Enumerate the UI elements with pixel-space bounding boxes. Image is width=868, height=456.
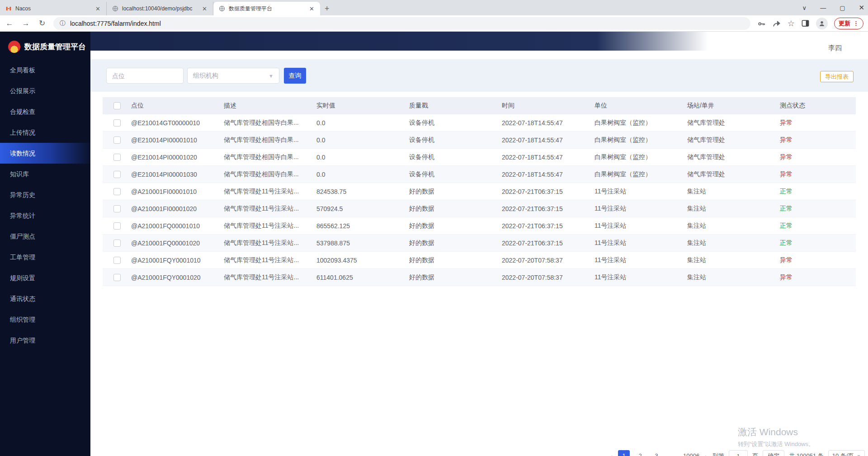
page-size-select[interactable]: 10 条/页 ▼ <box>828 450 865 456</box>
sidebar-item-1[interactable]: 全局看板 <box>0 60 90 80</box>
cell-quality: 好的数据 <box>399 205 491 213</box>
cell-time: 2022-07-18T14:55:47 <box>491 119 584 127</box>
window-close-button[interactable]: ✕ <box>859 4 864 12</box>
row-checkbox[interactable] <box>113 136 121 144</box>
row-checkbox-cell <box>103 188 121 195</box>
tab-close-icon[interactable]: ✕ <box>201 5 208 12</box>
pagination-page-1[interactable]: 1 <box>618 450 630 456</box>
sidebar-item-11[interactable]: 规则设置 <box>0 268 90 288</box>
row-checkbox[interactable] <box>113 240 121 247</box>
window-minimize-button[interactable]: — <box>820 5 826 11</box>
site-info-icon[interactable]: ⓘ <box>60 19 66 28</box>
cell-time: 2022-07-21T06:37:15 <box>491 188 584 195</box>
pagination-page-3[interactable]: 3 <box>651 450 662 456</box>
cell-time: 2022-07-18T14:55:47 <box>491 136 584 144</box>
sidebar-item-2[interactable]: 公报展示 <box>0 80 90 101</box>
petro-logo-icon <box>8 41 20 53</box>
sidebar-item-9[interactable]: 僵尸测点 <box>0 226 90 247</box>
cell-status: 异常 <box>769 136 856 144</box>
tab-data-quality-platform[interactable]: 数据质量管理平台 ✕ <box>213 2 320 15</box>
row-checkbox-cell <box>103 257 121 264</box>
sidebar-item-3[interactable]: 合规检查 <box>0 101 90 122</box>
row-checkbox[interactable] <box>113 171 121 178</box>
cell-point: @E210014PI00001010 <box>121 136 213 144</box>
sidebar-item-10[interactable]: 工单管理 <box>0 247 90 268</box>
table-row: @A210001FQY0001010储气库管理处11号注采站...1002093… <box>103 252 856 269</box>
cell-quality: 设备停机 <box>399 119 491 127</box>
cell-desc: 储气库管理处11号注采站... <box>213 273 306 282</box>
cell-value: 865562.125 <box>306 222 399 230</box>
row-checkbox[interactable] <box>113 205 121 212</box>
cell-desc: 储气库管理处相国寺白果... <box>213 153 306 161</box>
cell-quality: 设备停机 <box>399 136 491 144</box>
sidebar-item-7[interactable]: 异常历史 <box>0 184 90 205</box>
cell-time: 2022-07-20T07:58:37 <box>491 257 584 264</box>
goto-page-input[interactable] <box>729 450 748 456</box>
current-user[interactable]: 李四 <box>828 44 842 52</box>
header-cell-3: 实时值 <box>306 102 399 110</box>
header-cell-1: 点位 <box>121 102 213 110</box>
profile-avatar-icon[interactable] <box>816 18 828 29</box>
sidebar-item-8[interactable]: 异常统计 <box>0 205 90 226</box>
select-all-checkbox[interactable] <box>113 102 121 109</box>
new-tab-button[interactable]: + <box>320 4 336 15</box>
row-checkbox[interactable] <box>113 119 121 127</box>
share-icon[interactable] <box>772 19 781 28</box>
side-panel-icon[interactable] <box>801 19 810 28</box>
row-checkbox[interactable] <box>113 188 121 195</box>
pagination-page-10006[interactable]: 10006 <box>683 450 699 456</box>
pagination-prev-icon[interactable]: ‹ <box>609 452 613 456</box>
total-count: 共 100051 条 <box>789 452 824 456</box>
cell-station: 集注站 <box>677 273 769 282</box>
tab-nacos[interactable]: Nacos ✕ <box>0 2 107 15</box>
row-checkbox[interactable] <box>113 154 121 161</box>
tab-close-icon[interactable]: ✕ <box>94 5 102 12</box>
forward-icon[interactable]: → <box>21 19 31 28</box>
cell-unit: 11号注采站 <box>584 273 677 282</box>
cell-value: 0.0 <box>306 154 399 161</box>
tab-title: Nacos <box>15 5 90 12</box>
address-bar[interactable]: ⓘ localhost:7775/falarm/index.html <box>53 17 750 30</box>
chrome-update-menu-button[interactable]: 更新 ⋮ <box>834 18 863 29</box>
point-search-input[interactable] <box>106 68 184 84</box>
search-button[interactable]: 查询 <box>284 68 306 84</box>
cell-time: 2022-07-21T06:37:15 <box>491 240 584 247</box>
cell-point: @A210001FQ00001020 <box>121 240 213 247</box>
sidebar-item-13[interactable]: 组织管理 <box>0 309 90 330</box>
reload-icon[interactable]: ↻ <box>37 19 47 28</box>
header-cell-8: 测点状态 <box>769 102 856 110</box>
data-table: 点位描述实时值质量戳时间单位场站/单井测点状态 @E210014GT000000… <box>103 97 856 286</box>
export-report-button[interactable]: 导出报表 <box>820 71 854 82</box>
tab-close-icon[interactable]: ✕ <box>308 5 316 12</box>
row-checkbox-cell <box>103 154 121 161</box>
pagination-page-2[interactable]: 2 <box>634 450 646 456</box>
cell-quality: 好的数据 <box>399 188 491 196</box>
window-menu-chevron-icon[interactable]: ∨ <box>802 5 807 11</box>
sidebar-item-4[interactable]: 上传情况 <box>0 122 90 143</box>
back-icon[interactable]: ← <box>5 19 14 28</box>
bookmark-star-icon[interactable]: ☆ <box>788 19 795 28</box>
pagination-next-icon[interactable]: › <box>704 452 708 456</box>
main-content: 李四 组织机构 ▼ 查询 导出报表 点位描述实时值质量戳时间单位场站/单井测点状… <box>90 32 868 456</box>
row-checkbox[interactable] <box>113 257 121 264</box>
header-cell-6: 单位 <box>584 102 677 110</box>
row-checkbox[interactable] <box>113 274 121 281</box>
cell-value: 0.0 <box>306 119 399 127</box>
tab-localhost-demo[interactable]: localhost:10040/demo/psjdbc ✕ <box>107 2 213 15</box>
table-row: @A210001FI00001010储气库管理处11号注采站...824538.… <box>103 183 856 200</box>
sidebar-item-6[interactable]: 知识库 <box>0 164 90 184</box>
org-select[interactable]: 组织机构 ▼ <box>187 68 279 84</box>
cell-value: 1002093.4375 <box>306 257 399 264</box>
row-checkbox[interactable] <box>113 222 121 230</box>
password-key-icon[interactable] <box>757 19 766 28</box>
cell-value: 611401.0625 <box>306 274 399 281</box>
sidebar-item-5[interactable]: 读数情况 <box>0 143 90 164</box>
org-select-placeholder: 组织机构 <box>193 72 218 80</box>
sidebar-item-12[interactable]: 通讯状态 <box>0 288 90 309</box>
cell-time: 2022-07-21T06:37:15 <box>491 222 584 230</box>
goto-confirm-button[interactable]: 确定 <box>763 450 784 456</box>
row-checkbox-cell <box>103 136 121 144</box>
cell-station: 集注站 <box>677 205 769 213</box>
window-maximize-button[interactable]: ▢ <box>840 5 845 11</box>
sidebar-item-14[interactable]: 用户管理 <box>0 330 90 351</box>
